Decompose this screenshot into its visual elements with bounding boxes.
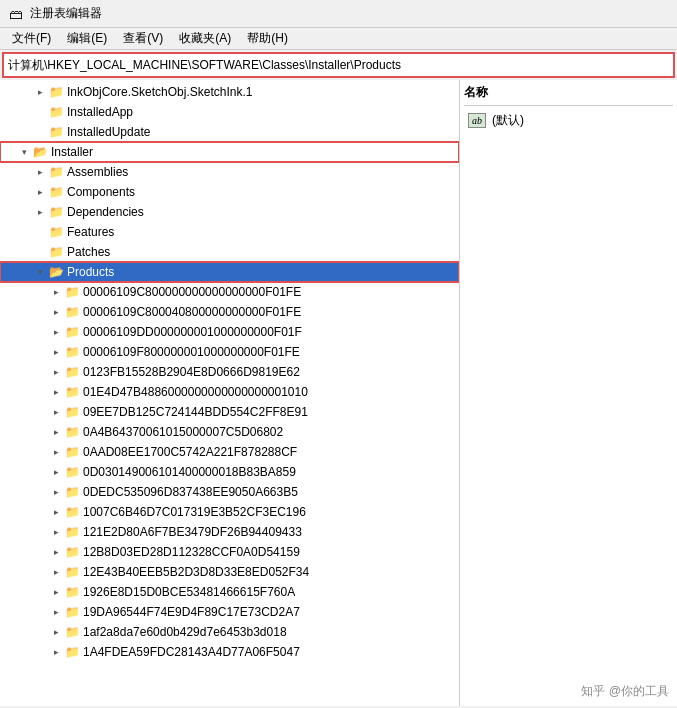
expand-icon-prod2[interactable]: [48, 304, 64, 320]
tree-node-prod18[interactable]: 1af2a8da7e60d0b429d7e6453b3d018: [0, 622, 459, 642]
folder-icon-prod7: [64, 405, 80, 419]
folder-icon-prod4: [64, 345, 80, 359]
node-label-installedupdate: InstalledUpdate: [67, 125, 150, 139]
expand-icon-prod7[interactable]: [48, 404, 64, 420]
node-label-prod16: 1926E8D15D0BCE53481466615F760A: [83, 585, 295, 599]
expand-icon-prod10[interactable]: [48, 464, 64, 480]
expand-icon-assemblies[interactable]: [32, 164, 48, 180]
tree-node-prod10[interactable]: 0D030149006101400000018B83BA859: [0, 462, 459, 482]
expand-icon-prod15[interactable]: [48, 564, 64, 580]
folder-icon-features: [48, 225, 64, 239]
folder-icon-dependencies: [48, 205, 64, 219]
node-label-prod5: 0123FB15528B2904E8D0666D9819E62: [83, 365, 300, 379]
tree-node-prod6[interactable]: 01E4D47B4886000000000000000001010: [0, 382, 459, 402]
node-label-components: Components: [67, 185, 135, 199]
folder-icon-prod13: [64, 525, 80, 539]
title-bar-text: 注册表编辑器: [30, 5, 102, 22]
tree-node-prod19[interactable]: 1A4FDEA59FDC28143A4D77A06F5047: [0, 642, 459, 662]
folder-icon-prod9: [64, 445, 80, 459]
tree-node-prod17[interactable]: 19DA96544F74E9D4F89C17E73CD2A7: [0, 602, 459, 622]
menu-file[interactable]: 文件(F): [4, 28, 59, 49]
folder-icon-prod1: [64, 285, 80, 299]
tree-node-installer[interactable]: Installer: [0, 142, 459, 162]
tree-node-dependencies[interactable]: Dependencies: [0, 202, 459, 222]
tree-node-prod1[interactable]: 00006109C800000000000000000F01FE: [0, 282, 459, 302]
folder-icon-components: [48, 185, 64, 199]
folder-icon-prod17: [64, 605, 80, 619]
tree-node-prod4[interactable]: 00006109F800000001000000000F01FE: [0, 342, 459, 362]
expand-icon-prod5[interactable]: [48, 364, 64, 380]
folder-icon-installedupdate: [48, 125, 64, 139]
expand-icon-prod1[interactable]: [48, 284, 64, 300]
folder-icon-prod12: [64, 505, 80, 519]
tree-node-prod11[interactable]: 0DEDC535096D837438EE9050A663B5: [0, 482, 459, 502]
expand-icon-prod9[interactable]: [48, 444, 64, 460]
expand-icon-prod12[interactable]: [48, 504, 64, 520]
tree-node-prod15[interactable]: 12E43B40EEB5B2D3D8D33E8ED052F34: [0, 562, 459, 582]
tree-node-prod13[interactable]: 121E2D80A6F7BE3479DF26B94409433: [0, 522, 459, 542]
tree-node-products[interactable]: Products: [0, 262, 459, 282]
title-bar: 🗃 注册表编辑器: [0, 0, 677, 28]
folder-icon-assemblies: [48, 165, 64, 179]
expand-icon-inkobj[interactable]: [32, 84, 48, 100]
tree-node-installedupdate[interactable]: InstalledUpdate: [0, 122, 459, 142]
menu-edit[interactable]: 编辑(E): [59, 28, 115, 49]
tree-node-installedapp[interactable]: InstalledApp: [0, 102, 459, 122]
folder-icon-installedapp: [48, 105, 64, 119]
expand-icon-installedapp[interactable]: [32, 104, 48, 120]
expand-icon-prod8[interactable]: [48, 424, 64, 440]
expand-icon-features[interactable]: [32, 224, 48, 240]
menu-view[interactable]: 查看(V): [115, 28, 171, 49]
expand-icon-patches[interactable]: [32, 244, 48, 260]
tree-node-assemblies[interactable]: Assemblies: [0, 162, 459, 182]
tree-node-prod2[interactable]: 00006109C800040800000000000F01FE: [0, 302, 459, 322]
folder-icon-prod2: [64, 305, 80, 319]
expand-icon-components[interactable]: [32, 184, 48, 200]
expand-icon-prod16[interactable]: [48, 584, 64, 600]
node-label-prod6: 01E4D47B4886000000000000000001010: [83, 385, 308, 399]
node-label-prod15: 12E43B40EEB5B2D3D8D33E8ED052F34: [83, 565, 309, 579]
expand-icon-prod3[interactable]: [48, 324, 64, 340]
expand-icon-prod17[interactable]: [48, 604, 64, 620]
tree-node-prod7[interactable]: 09EE7DB125C724144BDD554C2FF8E91: [0, 402, 459, 422]
node-label-prod3: 00006109DD000000001000000000F01F: [83, 325, 302, 339]
value-panel-header: 名称: [464, 84, 673, 106]
tree-node-features[interactable]: Features: [0, 222, 459, 242]
menu-favorites[interactable]: 收藏夹(A): [171, 28, 239, 49]
expand-icon-installer[interactable]: [16, 144, 32, 160]
tree-node-components[interactable]: Components: [0, 182, 459, 202]
expand-icon-prod19[interactable]: [48, 644, 64, 660]
tree-node-patches[interactable]: Patches: [0, 242, 459, 262]
tree-node-prod12[interactable]: 1007C6B46D7C017319E3B52CF3EC196: [0, 502, 459, 522]
node-label-products: Products: [67, 265, 114, 279]
tree-node-prod3[interactable]: 00006109DD000000001000000000F01F: [0, 322, 459, 342]
tree-node-inkobj[interactable]: InkObjCore.SketchObj.SketchInk.1: [0, 82, 459, 102]
tree-node-prod8[interactable]: 0A4B64370061015000007C5D06802: [0, 422, 459, 442]
ab-icon: ab: [468, 113, 486, 128]
node-label-prod18: 1af2a8da7e60d0b429d7e6453b3d018: [83, 625, 287, 639]
address-bar-path: 计算机\HKEY_LOCAL_MACHINE\SOFTWARE\Classes\…: [8, 57, 669, 74]
node-label-prod7: 09EE7DB125C724144BDD554C2FF8E91: [83, 405, 308, 419]
expand-icon-products[interactable]: [32, 264, 48, 280]
expand-icon-installedupdate[interactable]: [32, 124, 48, 140]
default-value-item[interactable]: ab (默认): [464, 110, 673, 131]
address-bar[interactable]: 计算机\HKEY_LOCAL_MACHINE\SOFTWARE\Classes\…: [2, 52, 675, 78]
expand-icon-prod18[interactable]: [48, 624, 64, 640]
node-label-prod9: 0AAD08EE1700C5742A221F878288CF: [83, 445, 297, 459]
registry-tree[interactable]: InkObjCore.SketchObj.SketchInk.1Installe…: [0, 80, 460, 706]
folder-icon-prod19: [64, 645, 80, 659]
expand-icon-prod4[interactable]: [48, 344, 64, 360]
expand-icon-prod11[interactable]: [48, 484, 64, 500]
menu-help[interactable]: 帮助(H): [239, 28, 296, 49]
tree-node-prod9[interactable]: 0AAD08EE1700C5742A221F878288CF: [0, 442, 459, 462]
folder-icon-products: [48, 265, 64, 279]
tree-node-prod5[interactable]: 0123FB15528B2904E8D0666D9819E62: [0, 362, 459, 382]
expand-icon-prod13[interactable]: [48, 524, 64, 540]
expand-icon-dependencies[interactable]: [32, 204, 48, 220]
tree-node-prod16[interactable]: 1926E8D15D0BCE53481466615F760A: [0, 582, 459, 602]
tree-node-prod14[interactable]: 12B8D03ED28D112328CCF0A0D54159: [0, 542, 459, 562]
expand-icon-prod6[interactable]: [48, 384, 64, 400]
expand-icon-prod14[interactable]: [48, 544, 64, 560]
node-label-prod4: 00006109F800000001000000000F01FE: [83, 345, 300, 359]
node-label-prod10: 0D030149006101400000018B83BA859: [83, 465, 296, 479]
